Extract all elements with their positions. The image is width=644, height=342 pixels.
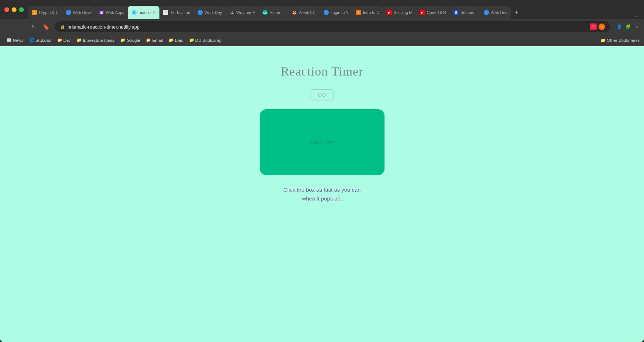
- lock-icon: 🔒: [60, 25, 65, 29]
- tab-code15-icon: ▶: [420, 10, 425, 15]
- tab-webdev2-label: Web Dev: [491, 10, 507, 15]
- instruction-text: Click the box as fast as you can when it…: [283, 185, 361, 203]
- tab-loginto-label: Login to Y: [331, 10, 349, 15]
- url-text: prismatic-reaction-timer.netlify.app: [67, 24, 588, 30]
- tab-weather[interactable]: 🌤 Weather F: [226, 6, 259, 19]
- tab-reaction[interactable]: ⚛ reactio ✕: [128, 6, 159, 19]
- news-icon: 📰: [7, 38, 12, 43]
- email-folder-icon: 📁: [146, 38, 151, 43]
- address-right-controls: 🛡 ⚠: [590, 23, 605, 30]
- bookmark-dubootcamp[interactable]: 📁 DU Bootcamp: [187, 37, 224, 43]
- biac-folder-icon: 📁: [169, 38, 174, 43]
- nav-right-buttons: 👤 🧩 ≡: [615, 23, 640, 30]
- page-content: Reaction Timer GO Click Me Click the box…: [0, 46, 644, 342]
- tab-intro-icon: 🎨: [356, 10, 361, 15]
- maximize-button[interactable]: [19, 7, 24, 12]
- click-box[interactable]: Click Me: [260, 109, 384, 175]
- forward-button[interactable]: →: [16, 22, 26, 32]
- reload-button[interactable]: ↻: [29, 22, 39, 32]
- tab-buttons[interactable]: B Buttons -: [450, 6, 480, 19]
- tab-reaction-close[interactable]: ✕: [152, 10, 156, 15]
- interests-folder-icon: 📁: [77, 38, 82, 43]
- tab-webdev1-icon: 🌐: [66, 10, 71, 15]
- other-bookmarks-folder-icon: 📁: [600, 38, 606, 43]
- bookmark-email-label: Email: [152, 38, 163, 43]
- tab-loginto-icon: 🌐: [324, 10, 329, 15]
- back-button[interactable]: ←: [4, 22, 14, 32]
- nav-bar: ← → ↻ 🔖 🔒 prismatic-reaction-timer.netli…: [0, 19, 644, 34]
- tab-tictactoe[interactable]: ✕ Tic Tac Toe: [159, 6, 194, 19]
- brave-shield-icon[interactable]: 🛡: [590, 23, 597, 30]
- tab-webdev2[interactable]: 🌐 Web Dev: [480, 6, 511, 19]
- minimize-button[interactable]: [12, 7, 16, 12]
- tab-home-label: Home: [269, 10, 280, 15]
- bookmark-dev-label: Dev: [63, 38, 71, 43]
- tab-crypto-icon: ₿: [32, 10, 37, 15]
- title-bar: ₿ Crypto & C 🌐 Web Deve 📋 Web Apps ⚛ rea…: [0, 0, 644, 19]
- go-button[interactable]: GO: [310, 89, 334, 100]
- bookmark-google-label: Google: [126, 38, 140, 43]
- tab-crypto[interactable]: ₿ Crypto & C: [28, 6, 62, 19]
- bookmark-stuloan[interactable]: 🌐 StuLoan: [27, 37, 54, 43]
- tab-workday-label: Work Day: [205, 10, 222, 15]
- tab-building[interactable]: ▶ Building M: [383, 6, 416, 19]
- tab-building-label: Building M: [394, 10, 412, 15]
- bookmark-news[interactable]: 📰 News: [4, 37, 26, 43]
- bookmark-dev[interactable]: 📁 Dev: [55, 37, 73, 43]
- bookmark-interests-label: Interests & Ideas: [83, 38, 114, 43]
- menu-button[interactable]: ≡: [633, 23, 640, 30]
- tab-reaction-icon: ⚛: [132, 10, 137, 15]
- tab-home[interactable]: CS Home: [259, 6, 288, 19]
- dubootcamp-folder-icon: 📁: [189, 38, 194, 43]
- bookmarks-bar: 📰 News 🌐 StuLoan 📁 Dev 📁 Interests & Ide…: [0, 34, 644, 46]
- tab-webdev1-label: Web Deve: [73, 10, 92, 15]
- dev-folder-icon: 📁: [57, 38, 62, 43]
- tab-week07-icon: 🦊: [292, 10, 297, 15]
- close-button[interactable]: [4, 7, 9, 12]
- profile-button[interactable]: 👤: [615, 23, 623, 30]
- google-folder-icon: 📁: [120, 38, 125, 43]
- tabs-bar: ₿ Crypto & C 🌐 Web Deve 📋 Web Apps ⚛ rea…: [28, 0, 640, 19]
- tab-overflow-button[interactable]: ⋯: [634, 13, 640, 19]
- tab-intro[interactable]: 🎨 Intro to C: [352, 6, 383, 19]
- click-box-label: Click Me: [310, 139, 334, 146]
- tab-weather-label: Weather F: [236, 10, 255, 15]
- new-tab-button[interactable]: +: [511, 6, 522, 19]
- bookmark-news-label: News: [13, 38, 23, 43]
- tab-code15-label: Code 15 R: [427, 10, 446, 15]
- other-bookmarks-label: Other Bookmarks: [607, 38, 640, 43]
- tab-webapps-label: Web Apps: [106, 10, 124, 15]
- extensions-button[interactable]: 🧩: [624, 23, 632, 30]
- bookmark-biac[interactable]: 📁 Biac: [166, 37, 185, 43]
- brave-rewards-icon[interactable]: ⚠: [599, 23, 605, 30]
- tab-home-icon: CS: [262, 10, 268, 15]
- tab-end-controls: ⋯: [634, 13, 640, 19]
- tab-building-icon: ▶: [387, 10, 392, 15]
- tab-webdev2-icon: 🌐: [484, 10, 489, 15]
- bookmark-interests[interactable]: 📁 Interests & Ideas: [74, 37, 117, 43]
- tab-reaction-label: reactio: [139, 10, 151, 15]
- tab-buttons-icon: B: [453, 10, 459, 15]
- bookmark-google[interactable]: 📁 Google: [118, 37, 142, 43]
- tab-webdev1[interactable]: 🌐 Web Deve: [62, 6, 95, 19]
- bookmark-page-button[interactable]: 🔖: [41, 22, 51, 32]
- tab-crypto-label: Crypto & C: [39, 10, 59, 15]
- bookmark-dubootcamp-label: DU Bootcamp: [195, 38, 222, 43]
- other-bookmarks[interactable]: 📁 Other Bookmarks: [600, 38, 640, 43]
- page-title: Reaction Timer: [281, 65, 363, 78]
- bookmark-stuloan-label: StuLoan: [36, 38, 51, 43]
- tab-buttons-label: Buttons -: [460, 10, 476, 15]
- browser-window: ₿ Crypto & C 🌐 Web Deve 📋 Web Apps ⚛ rea…: [0, 0, 644, 342]
- instruction-line2: when it pops up.: [283, 194, 361, 203]
- tab-webapps[interactable]: 📋 Web Apps: [95, 6, 128, 19]
- bookmark-email[interactable]: 📁 Email: [144, 37, 165, 43]
- tab-week07-label: Week-07-: [299, 10, 316, 15]
- tab-weather-icon: 🌤: [229, 10, 235, 15]
- tab-week07[interactable]: 🦊 Week-07-: [288, 6, 320, 19]
- tab-tictactoe-label: Tic Tac Toe: [170, 10, 190, 15]
- stuloan-icon: 🌐: [29, 38, 34, 43]
- tab-code15[interactable]: ▶ Code 15 R: [416, 6, 450, 19]
- tab-workday[interactable]: 🌐 Work Day: [194, 6, 226, 19]
- address-bar[interactable]: 🔒 prismatic-reaction-timer.netlify.app 🛡…: [55, 21, 610, 32]
- tab-loginto[interactable]: 🌐 Login to Y: [320, 6, 352, 19]
